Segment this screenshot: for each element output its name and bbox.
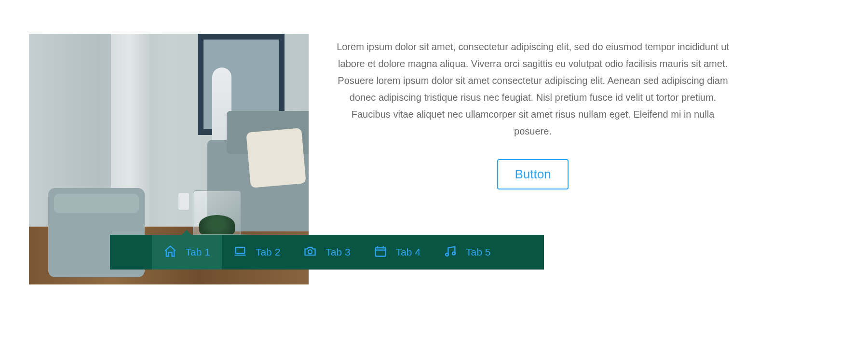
cta-button[interactable]: Button xyxy=(497,159,568,189)
camera-icon xyxy=(303,244,317,260)
tab-label: Tab 5 xyxy=(466,246,490,258)
music-icon xyxy=(444,244,457,260)
tab-1[interactable]: Tab 1 xyxy=(152,235,222,270)
tab-navigation: Tab 1 Tab 2 Tab 3 Tab 4 Tab 5 xyxy=(110,235,544,270)
svg-point-4 xyxy=(452,252,455,255)
body-paragraph: Lorem ipsum dolor sit amet, consectetur … xyxy=(333,39,733,140)
svg-point-3 xyxy=(446,253,448,256)
tab-2[interactable]: Tab 2 xyxy=(222,235,292,270)
svg-rect-2 xyxy=(375,248,385,256)
tab-label: Tab 4 xyxy=(396,246,420,258)
laptop-icon xyxy=(233,244,247,260)
calendar-icon xyxy=(374,244,387,260)
tab-4[interactable]: Tab 4 xyxy=(362,235,432,270)
home-icon xyxy=(163,244,177,260)
svg-point-1 xyxy=(308,250,312,254)
tab-label: Tab 3 xyxy=(326,246,350,258)
tab-label: Tab 2 xyxy=(256,246,280,258)
tab-5[interactable]: Tab 5 xyxy=(432,235,502,270)
svg-rect-0 xyxy=(236,247,245,253)
tab-label: Tab 1 xyxy=(186,246,210,258)
tab-3[interactable]: Tab 3 xyxy=(292,235,362,270)
